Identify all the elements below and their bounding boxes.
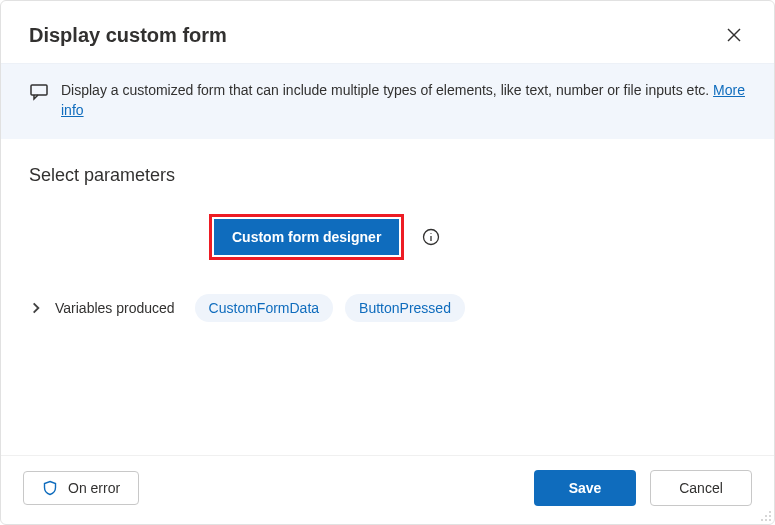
svg-point-4	[431, 232, 432, 233]
dialog-title: Display custom form	[29, 24, 227, 47]
svg-rect-2	[31, 85, 47, 95]
dialog-header: Display custom form	[1, 1, 774, 63]
variables-label: Variables produced	[55, 300, 175, 316]
save-button[interactable]: Save	[534, 470, 636, 506]
chevron-right-icon	[29, 301, 43, 315]
close-button[interactable]	[718, 19, 750, 51]
banner-text: Display a customized form that can inclu…	[61, 82, 713, 98]
designer-row: Custom form designer	[29, 214, 746, 260]
info-banner: Display a customized form that can inclu…	[1, 63, 774, 139]
cancel-button[interactable]: Cancel	[650, 470, 752, 506]
speech-bubble-icon	[29, 82, 49, 102]
on-error-label: On error	[68, 480, 120, 496]
on-error-button[interactable]: On error	[23, 471, 139, 505]
info-icon[interactable]	[422, 228, 440, 246]
section-title: Select parameters	[29, 165, 746, 186]
shield-icon	[42, 480, 58, 496]
designer-button-highlight: Custom form designer	[209, 214, 404, 260]
close-icon	[727, 28, 741, 42]
custom-form-designer-button[interactable]: Custom form designer	[214, 219, 399, 255]
variable-chip-buttonpressed[interactable]: ButtonPressed	[345, 294, 465, 322]
footer-actions: Save Cancel	[534, 470, 752, 506]
dialog-content: Select parameters Custom form designer V…	[1, 139, 774, 455]
variables-row: Variables produced CustomFormData Button…	[29, 294, 746, 322]
variable-chip-customformdata[interactable]: CustomFormData	[195, 294, 333, 322]
banner-text-container: Display a customized form that can inclu…	[61, 80, 746, 121]
expand-variables-toggle[interactable]	[29, 301, 43, 315]
dialog-display-custom-form: Display custom form Display a customized…	[0, 0, 775, 525]
dialog-footer: On error Save Cancel	[1, 455, 774, 524]
